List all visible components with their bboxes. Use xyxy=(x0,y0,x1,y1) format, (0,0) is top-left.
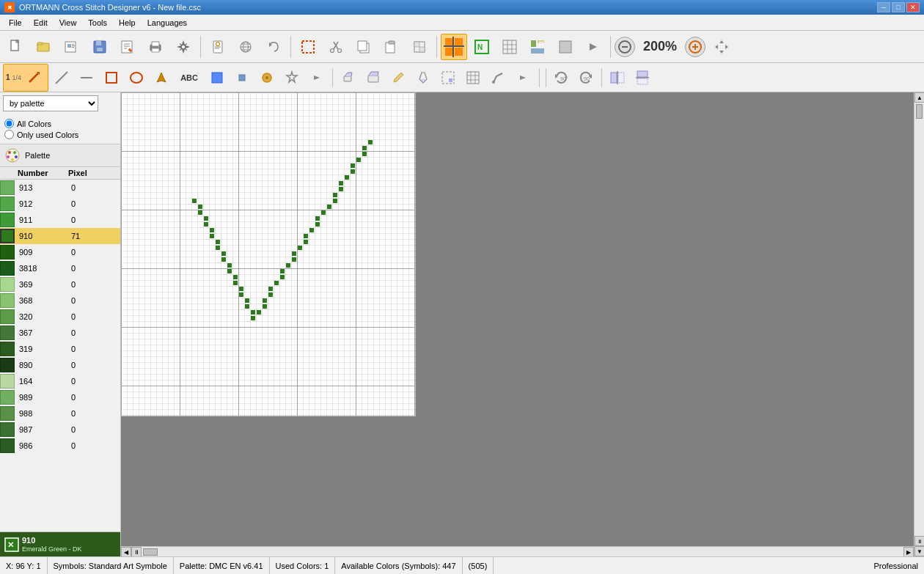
eraser-big-button[interactable] xyxy=(362,66,385,89)
layers-button[interactable] xyxy=(552,34,579,60)
menu-tools[interactable]: Tools xyxy=(82,15,113,30)
edit-button[interactable] xyxy=(114,34,141,60)
canvas-area[interactable]: ▲ ⏸ ▼ ◀ ⏸ ▶ xyxy=(121,92,924,556)
draw-stitch-button[interactable] xyxy=(22,66,45,89)
color-swatch xyxy=(0,293,15,308)
grid-view-button[interactable] xyxy=(496,34,523,60)
close-button[interactable]: ✕ xyxy=(906,2,920,12)
color-row[interactable]: 913 0 xyxy=(0,180,120,196)
menu-help[interactable]: Help xyxy=(113,15,142,30)
scroll-track-h[interactable] xyxy=(142,547,903,556)
paint-mode-button[interactable] xyxy=(486,66,510,89)
bookmark-button[interactable] xyxy=(205,34,231,60)
scroll-down-button[interactable]: ▼ xyxy=(914,546,924,556)
zoom-out-button[interactable] xyxy=(615,37,635,57)
color-row[interactable]: 367 0 xyxy=(0,325,120,341)
open-button[interactable] xyxy=(31,34,57,60)
palette-dropdown[interactable]: by palette by number by color xyxy=(3,95,98,111)
browse-button[interactable] xyxy=(59,34,85,60)
paste-button[interactable] xyxy=(378,34,405,60)
scroll-track-v[interactable] xyxy=(914,103,924,536)
menu-edit[interactable]: Edit xyxy=(28,15,54,30)
color-picker-button[interactable] xyxy=(386,66,410,89)
tool-separator-3 xyxy=(546,68,546,87)
fill-tool-button[interactable] xyxy=(150,66,173,89)
stitch-view-button[interactable]: 🖼 xyxy=(524,34,551,60)
color-row[interactable]: 319 0 xyxy=(0,341,120,357)
scroll-thumb-h[interactable] xyxy=(143,548,158,556)
scroll-left-button[interactable]: ◀ xyxy=(121,547,131,556)
special-opts-button[interactable] xyxy=(305,66,329,89)
copy-doc-button[interactable] xyxy=(351,34,377,60)
toolbar-separator-4 xyxy=(610,36,611,58)
text-tool-button[interactable]: ABC xyxy=(175,66,204,89)
rect-fill-button[interactable] xyxy=(205,66,229,89)
zoom-in-button[interactable] xyxy=(685,37,705,57)
color-row[interactable]: 909 0 xyxy=(0,244,120,260)
color-pixel: 0 xyxy=(68,183,120,192)
color-row[interactable]: 911 0 xyxy=(0,212,120,228)
color-row[interactable]: 988 0 xyxy=(0,405,120,422)
move-button[interactable] xyxy=(406,34,433,60)
scroll-thumb-v[interactable] xyxy=(916,104,923,119)
minimize-button[interactable]: ─ xyxy=(877,2,890,12)
all-colors-radio[interactable]: All Colors xyxy=(4,119,116,128)
only-used-radio[interactable]: Only used Colors xyxy=(4,130,116,139)
undo-toolbar-button[interactable] xyxy=(260,34,287,60)
special-stitch-button[interactable] xyxy=(280,66,304,89)
color-row[interactable]: 320 0 xyxy=(0,309,120,325)
small-rect-button[interactable] xyxy=(230,66,254,89)
color-row[interactable]: 910 71 xyxy=(0,228,120,244)
color-row[interactable]: 164 0 xyxy=(0,373,120,389)
cut-button[interactable] xyxy=(323,34,349,60)
undo-button[interactable]: 90° xyxy=(549,66,573,89)
color-row[interactable]: 369 0 xyxy=(0,276,120,292)
settings-button[interactable] xyxy=(170,34,197,60)
redo-button[interactable]: 90° xyxy=(574,66,598,89)
color-row[interactable]: 890 0 xyxy=(0,357,120,373)
menu-file[interactable]: File xyxy=(3,15,28,30)
palette-grid-button[interactable] xyxy=(441,34,467,60)
color-row[interactable]: 989 0 xyxy=(0,389,120,405)
scroll-pause-h-button[interactable]: ⏸ xyxy=(131,547,142,556)
flip-vertical-button[interactable] xyxy=(631,66,654,89)
rect-tool-button[interactable] xyxy=(100,66,123,89)
pan-button[interactable] xyxy=(708,34,735,60)
grid-stitch-button[interactable] xyxy=(461,66,485,89)
right-scrollbar[interactable]: ▲ ⏸ ▼ xyxy=(914,92,924,556)
color-row[interactable]: 368 0 xyxy=(0,292,120,309)
save-button[interactable] xyxy=(87,34,113,60)
menu-view[interactable]: View xyxy=(54,15,83,30)
select-rect-button[interactable] xyxy=(295,34,321,60)
globe-button[interactable] xyxy=(232,34,259,60)
svg-rect-58 xyxy=(531,48,544,54)
line-tool-button[interactable] xyxy=(75,66,98,89)
color-row[interactable]: 987 0 xyxy=(0,422,120,438)
more-options-button[interactable] xyxy=(580,34,606,60)
eraser-small-button[interactable] xyxy=(337,66,360,89)
color-row[interactable]: 912 0 xyxy=(0,196,120,212)
new-button[interactable] xyxy=(3,34,29,60)
grid-type-button[interactable]: N xyxy=(469,34,495,60)
color-row[interactable]: 3818 0 xyxy=(0,260,120,276)
menu-languages[interactable]: Languages xyxy=(142,15,193,30)
color-row[interactable]: 986 0 xyxy=(0,438,120,454)
select-area-button[interactable] xyxy=(436,66,460,89)
main-canvas[interactable] xyxy=(121,92,416,416)
scroll-up-button[interactable]: ▲ xyxy=(914,92,924,103)
color-pixel: 0 xyxy=(68,345,120,353)
svg-point-91 xyxy=(492,81,495,84)
fill-color-button[interactable] xyxy=(411,66,435,89)
scroll-pause-button[interactable]: ⏸ xyxy=(914,536,924,546)
scroll-right-button[interactable]: ▶ xyxy=(903,547,914,556)
flip-horizontal-button[interactable] xyxy=(606,66,629,89)
maximize-button[interactable]: □ xyxy=(892,2,905,12)
print-button[interactable] xyxy=(142,34,169,60)
quarter-stitch-button[interactable] xyxy=(50,66,73,89)
radial-button[interactable] xyxy=(255,66,279,89)
color-number: 890 xyxy=(16,361,68,369)
selected-color-display: ✕ 910 Emerald Green - DK xyxy=(4,535,82,554)
bottom-scrollbar[interactable]: ◀ ⏸ ▶ xyxy=(121,546,914,556)
paint-opts-button[interactable] xyxy=(511,66,535,89)
oval-tool-button[interactable] xyxy=(125,66,148,89)
